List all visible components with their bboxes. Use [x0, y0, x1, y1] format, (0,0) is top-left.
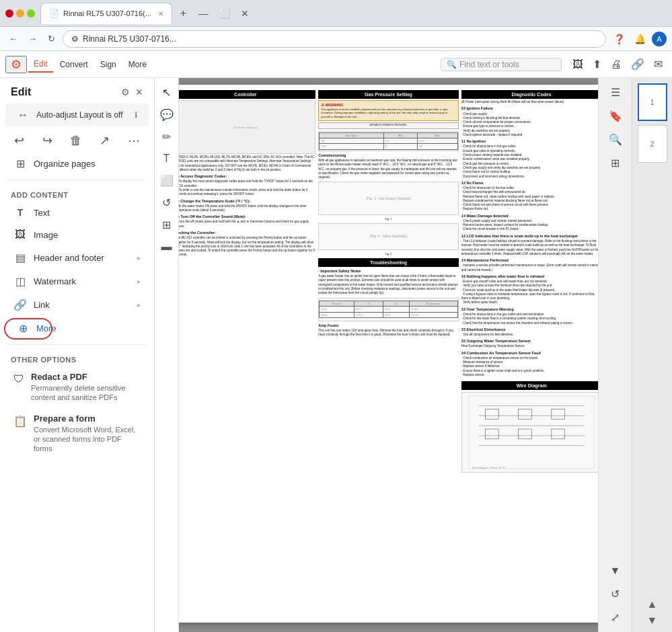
page-thumb-next[interactable]: ▼	[647, 615, 658, 627]
code-11-no-header: 11 No Ignition	[461, 139, 598, 144]
code-temp-header: 15 Over Temperature Warning	[461, 307, 598, 312]
add-link-item[interactable]: 🔗 Link ▸	[3, 293, 151, 317]
add-text-item[interactable]: T Text	[3, 202, 151, 223]
tab-favicon: 📄	[49, 9, 59, 18]
code-03-text: · Check gas supply.· Check nothing is bl…	[461, 112, 598, 138]
active-tab[interactable]: 📄 Rinnai RL75 U307-0716(... ✕	[40, 3, 172, 24]
divider-2	[8, 344, 146, 345]
forward-button[interactable]: →	[25, 32, 40, 46]
code-14-header: 14 Water Damage detected	[461, 214, 598, 219]
restore-btn[interactable]: ⬜	[215, 5, 234, 22]
code-lcd-text: · The LCd indicator (scale buildup) shou…	[461, 239, 598, 256]
panel-collapse-icon[interactable]: ▼	[607, 562, 624, 580]
organize-pages-item[interactable]: ⊞ Organize pages	[3, 152, 151, 175]
code-temp-text: · Check for obstructions in the gas outl…	[461, 313, 598, 325]
code-32-text: Heat Exchanger Outgoing Temperature Sens…	[461, 344, 598, 348]
account-avatar[interactable]: A	[652, 32, 667, 46]
url-box[interactable]: ⚙ Rinnai RL75 U307-0716...	[63, 30, 606, 48]
rotate-tool[interactable]: ↺	[159, 194, 174, 212]
more-tools-btn[interactable]: ⋯	[128, 133, 140, 148]
redact-description: Permanently delete sensitive content and…	[31, 383, 141, 403]
important-safety-sub: · Important Safety Notes	[318, 269, 459, 274]
svg-rect-8	[552, 409, 565, 420]
minimize-window-btn[interactable]	[16, 9, 24, 17]
address-bar: ← → ↻ ⚙ Rinnai RL75 U307-0716... ❓ 🔔 A	[0, 27, 672, 51]
locking-sub: Locking the Controller:	[179, 231, 315, 235]
panel-grid-icon[interactable]: ⊞	[608, 154, 622, 172]
cursor-tool[interactable]: ↖	[159, 83, 174, 102]
menu-item-sign[interactable]: Sign	[95, 57, 122, 72]
svg-rect-6	[485, 409, 498, 420]
form-text: Prepare a form Convert Microsoft Word, E…	[34, 413, 141, 454]
maximize-window-btn[interactable]	[27, 9, 35, 17]
redo-btn[interactable]: ↪	[42, 133, 52, 148]
text-tool-icon[interactable]: T	[161, 150, 173, 167]
add-watermark-item[interactable]: ◫ Watermark ▸	[3, 270, 151, 293]
back-button[interactable]: ←	[5, 32, 21, 46]
troubleshooting-header: Troubleshooting	[318, 258, 459, 267]
add-header-footer-item[interactable]: ▤ Header and footer ▸	[3, 246, 151, 270]
shape-tool[interactable]: ⬜	[157, 171, 176, 190]
crop-tool[interactable]: ⊞	[159, 216, 174, 234]
panel-bookmark-icon[interactable]: 🔖	[606, 107, 625, 125]
auto-adjust-toggle[interactable]: ↔ Auto-adjust Layout is off ℹ	[5, 104, 149, 126]
more-item[interactable]: ⊕ More	[5, 317, 149, 340]
panel-refresh-icon[interactable]: ↺	[608, 585, 622, 603]
notification-icon[interactable]: 🔔	[631, 32, 649, 46]
delete-btn[interactable]: 🗑	[70, 133, 82, 148]
sidebar-settings-icon[interactable]: ⚙	[121, 87, 130, 97]
page-thumb-prev[interactable]: ▲	[647, 598, 658, 610]
url-icon: ⚙	[71, 34, 79, 44]
code-lcd-header: 12 LCD Indicates that there is scale bui…	[461, 234, 598, 239]
panel-search-icon[interactable]: 🔍	[606, 130, 625, 149]
comment-tool[interactable]: 💬	[157, 106, 176, 124]
code-14-text: · Check power supply and contrac trained…	[461, 219, 598, 232]
pressure-table-box: Gas TypeMinMax NG4.5"10.5" LPG8"14"	[318, 131, 459, 151]
code-12-header: 12 No Flame	[461, 181, 598, 186]
wire-diagram-svg: Wire Diagram - Rinnai RL75	[462, 393, 598, 472]
warning-text-1: This appliance must be installed, adjust…	[321, 108, 456, 118]
menu-item-more[interactable]: More	[123, 57, 152, 72]
help-icon[interactable]: ❓	[610, 32, 628, 46]
redact-title: Redact a PDF	[31, 372, 141, 382]
panel-zoom-icon[interactable]: ⤢	[608, 608, 622, 627]
page-thumb-1[interactable]: 1	[638, 83, 667, 121]
close-window-btn[interactable]	[5, 9, 13, 17]
print-icon[interactable]: 🖨	[607, 55, 626, 73]
menu-item-convert[interactable]: Convert	[54, 57, 94, 72]
app-logo[interactable]: ⚙	[5, 56, 27, 73]
email-icon[interactable]: ✉	[650, 55, 667, 73]
close-btn[interactable]: ✕	[237, 5, 253, 22]
page-thumb-1-number: 1	[650, 99, 655, 106]
pdf-viewer[interactable]: Controller [Controller Diagram] MODELS: …	[179, 78, 598, 632]
chevron-right-icon-3: ▸	[137, 301, 141, 309]
minimize-btn[interactable]: —	[194, 5, 212, 22]
menu-item-edit[interactable]: Edit	[28, 56, 53, 73]
commissioning-text: With all gas appliances in operation at …	[318, 159, 459, 180]
redact-pdf-item[interactable]: 🛡 Redact a PDF Permanently delete sensit…	[3, 366, 151, 408]
extract-btn[interactable]: ↗	[100, 133, 110, 148]
page-thumb-2[interactable]: 2	[638, 125, 667, 163]
upload-icon[interactable]: ⬆	[589, 55, 605, 73]
auto-adjust-info-icon: ℹ	[135, 110, 138, 120]
undo-btn[interactable]: ↩	[14, 133, 24, 148]
refresh-button[interactable]: ↻	[44, 32, 59, 46]
find-bar[interactable]: 🔍 Find text or tools	[441, 58, 562, 71]
add-image-item[interactable]: 🖼 Image	[3, 223, 151, 246]
chevron-right-icon: ▸	[137, 254, 141, 262]
tab-close-btn[interactable]: ✕	[158, 10, 163, 17]
toolbar-icons: 🖼 ⬆ 🖨 🔗 ✉	[568, 55, 667, 73]
new-tab-button[interactable]: +	[175, 5, 192, 22]
redact-tool[interactable]: ▬	[159, 238, 175, 255]
link-icon[interactable]: 🔗	[627, 55, 648, 73]
svg-rect-11	[552, 429, 565, 439]
pen-tool[interactable]: ✏	[159, 128, 174, 146]
code-16-header: 16 Nothing happens after water flow is i…	[461, 274, 598, 279]
sidebar-header-icons: ⚙ ✕	[121, 87, 143, 97]
prepare-form-item[interactable]: 📋 Prepare a form Convert Microsoft Word,…	[3, 408, 151, 459]
panel-menu-icon[interactable]: ☰	[608, 83, 623, 102]
browser-window-controls: — ⬜ ✕	[194, 5, 253, 22]
divider-1	[8, 180, 146, 180]
sidebar-close-icon[interactable]: ✕	[135, 87, 143, 97]
share-icon[interactable]: 🖼	[568, 55, 587, 73]
